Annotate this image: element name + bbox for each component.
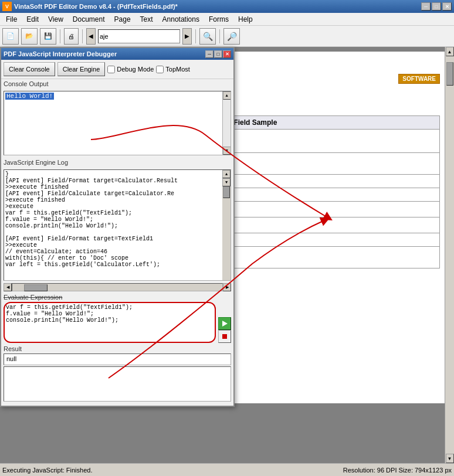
svg-rect-1 <box>222 334 227 339</box>
menu-help[interactable]: Help <box>233 14 258 25</box>
toolbar-save-btn[interactable]: 💾 <box>40 28 56 45</box>
console-hello-world: Hello World! <box>5 93 54 100</box>
debugger-minimize-btn[interactable]: ─ <box>205 50 214 58</box>
app-icon: V <box>2 2 12 11</box>
toolbar-sep1 <box>60 29 60 43</box>
svg-marker-0 <box>222 321 228 327</box>
toolbar-open-btn[interactable]: 📂 <box>21 28 38 45</box>
software-badge: SOFTWARE <box>398 74 440 84</box>
engine-log-scrollbar[interactable]: ▲ ▼ <box>222 170 231 280</box>
debug-mode-checkbox-container: Debug Mode <box>107 66 154 73</box>
toolbar-new-btn[interactable]: 📄 <box>2 28 19 45</box>
text-input[interactable] <box>98 29 180 43</box>
engine-log-scroll-thumb[interactable] <box>223 186 230 198</box>
menu-annotations[interactable]: Annotations <box>158 14 204 25</box>
debugger-title: PDF JavaScript Interpreter Debugger <box>4 50 117 57</box>
app-title: VintaSoft PDF Editor Demo v8.4 - (PdfTex… <box>14 3 178 10</box>
engine-log-h-scroll[interactable]: ◀ ▶ <box>4 283 231 291</box>
result-section: Result null <box>4 345 231 403</box>
menu-edit[interactable]: Edit <box>22 14 43 25</box>
clear-engine-button[interactable]: Clear Engine <box>57 62 106 76</box>
debugger-title-controls[interactable]: ─ □ ✕ <box>205 50 231 58</box>
console-scroll-track[interactable] <box>223 100 231 147</box>
eval-textarea[interactable]: var f = this.getField("TextField1"); f.v… <box>4 302 216 343</box>
console-scrollbar[interactable]: ▲ ▼ <box>222 91 231 155</box>
topmost-checkbox[interactable] <box>156 66 164 73</box>
console-output-label: Console Output <box>1 79 233 89</box>
result-textarea[interactable] <box>4 366 231 402</box>
menu-view[interactable]: View <box>43 14 68 25</box>
toolbar-scroll-left[interactable]: ◀ <box>86 28 96 45</box>
toolbar-scroll-right[interactable]: ▶ <box>182 28 192 45</box>
eval-controls: var f = this.getField("TextField1"); f.v… <box>4 302 231 343</box>
h-scroll-left[interactable]: ◀ <box>4 283 12 291</box>
topmost-label: TopMost <box>165 66 190 73</box>
eval-label: Evaluate Expression <box>4 294 231 301</box>
h-scroll-thumb[interactable] <box>24 284 48 291</box>
console-scroll-up[interactable]: ▲ <box>223 91 231 100</box>
minimize-button[interactable]: ─ <box>421 2 431 11</box>
topmost-checkbox-container: TopMost <box>156 66 190 73</box>
window-controls[interactable]: ─ □ ✕ <box>421 2 452 11</box>
toolbar-sep3 <box>195 29 196 43</box>
pdf-scroll-down[interactable]: ▼ <box>446 454 454 463</box>
clear-console-button[interactable]: Clear Console <box>4 62 55 76</box>
pdf-scroll-up[interactable]: ▲ <box>446 47 454 56</box>
pdf-scroll-track[interactable] <box>446 56 454 454</box>
debugger-title-bar: PDF JavaScript Interpreter Debugger ─ □ … <box>1 48 233 60</box>
engine-log-scroll-down[interactable]: ▼ <box>222 178 231 186</box>
zoom-icon-btn[interactable]: 🔎 <box>223 28 240 45</box>
menu-bar: File Edit View Document Page Text Annota… <box>0 13 454 26</box>
menu-document[interactable]: Document <box>68 14 110 25</box>
main-area: rmTextField 15 SOFTWARE eraction with in… <box>0 47 454 463</box>
debugger-close-btn[interactable]: ✕ <box>223 50 231 58</box>
console-scroll-down[interactable]: ▼ <box>223 147 231 155</box>
close-button[interactable]: ✕ <box>442 2 452 11</box>
pdf-scroll-thumb[interactable] <box>446 62 453 86</box>
result-value: null <box>4 353 231 365</box>
status-bar: Executing JavaScript: Finished. Resoluti… <box>0 463 454 476</box>
toolbar-sep2 <box>82 29 83 43</box>
engine-log: } [API event] Field/Format target=Calcul… <box>4 169 231 281</box>
debugger-dialog: PDF JavaScript Interpreter Debugger ─ □ … <box>0 47 235 407</box>
debugger-toolbar: Clear Console Clear Engine Debug Mode To… <box>1 60 233 79</box>
engine-log-label: JavaScript Engine Log <box>1 158 233 167</box>
engine-log-text: } [API event] Field/Format target=Calcul… <box>5 171 221 268</box>
title-bar: V VintaSoft PDF Editor Demo v8.4 - (PdfT… <box>0 0 454 13</box>
maximize-button[interactable]: □ <box>432 2 441 11</box>
search-icon-btn[interactable]: 🔍 <box>199 28 216 45</box>
run-button[interactable] <box>218 317 231 330</box>
toolbar: 📄 📂 💾 🖨 ◀ ▶ 🔍 🔎 <box>0 26 454 47</box>
h-scroll-track[interactable] <box>12 283 223 291</box>
eval-section: Evaluate Expression var f = this.getFiel… <box>4 294 231 343</box>
toolbar-sep4 <box>219 29 220 43</box>
menu-page[interactable]: Page <box>110 14 135 25</box>
menu-text[interactable]: Text <box>135 14 158 25</box>
debug-mode-checkbox[interactable] <box>107 66 115 73</box>
debugger-maximize-btn[interactable]: □ <box>214 50 222 58</box>
engine-log-scroll-up[interactable]: ▲ <box>222 170 231 178</box>
result-label: Result <box>4 345 231 352</box>
h-scroll-right[interactable]: ▶ <box>223 283 231 291</box>
debug-mode-label: Debug Mode <box>117 66 154 73</box>
status-text: Executing JavaScript: Finished. <box>2 467 92 474</box>
toolbar-print-btn[interactable]: 🖨 <box>64 28 79 45</box>
pdf-scrollbar-v[interactable]: ▲ ▼ <box>445 47 454 463</box>
console-output: Hello World! ▲ ▼ <box>4 91 231 155</box>
menu-forms[interactable]: Forms <box>204 14 233 25</box>
menu-file[interactable]: File <box>1 14 22 25</box>
stop-button[interactable] <box>218 330 231 343</box>
status-resolution: Resolution: 96 DPI Size: 794x1123 px <box>343 467 452 474</box>
